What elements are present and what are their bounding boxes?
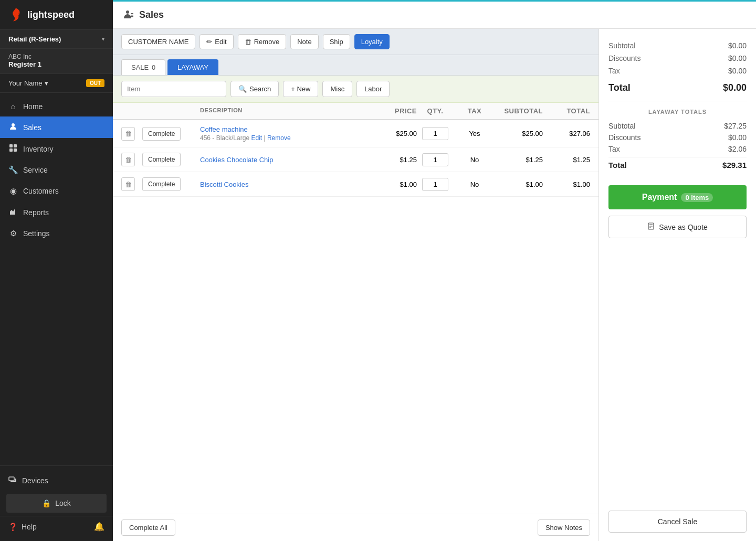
reports-icon [8,207,18,217]
item-1-edit-link[interactable]: Edit [251,134,262,142]
quote-icon [647,222,655,231]
sales-panel: CUSTOMER NAME ✏ Edit 🗑 Remove Note Ship [113,29,598,541]
devices-icon [8,475,17,485]
new-item-button[interactable]: + New [283,81,318,97]
lock-button[interactable]: 🔒 Lock [6,494,107,513]
note-button[interactable]: Note [290,34,318,49]
payment-items-badge: 0 items [681,193,713,202]
header-description: DESCRIPTION [200,107,375,115]
complete-cell-1: Complete [142,127,200,141]
subtotal-label: Subtotal [608,41,635,50]
summary-tax-row: Tax $0.00 [608,65,747,77]
complete-item-1-button[interactable]: Complete [142,127,181,141]
header-price: PRICE [375,107,417,115]
layaway-section: LAYAWAY TOTALS Subtotal $27.25 Discounts… [608,109,747,171]
items-table: DESCRIPTION PRICE QTY. TAX SUBTOTAL TOTA… [113,103,598,514]
customers-icon: ◉ [8,186,18,196]
total-cell-2: $1.25 [543,156,590,164]
cancel-sale-button[interactable]: Cancel Sale [608,511,747,533]
item-1-name-link[interactable]: Coffee machine [200,125,375,133]
summary-discounts-row: Discounts $0.00 [608,52,747,65]
remove-customer-button[interactable]: 🗑 Remove [238,34,286,49]
sidebar-item-devices[interactable]: Devices [0,470,113,491]
item-3-name-link[interactable]: Biscotti Cookies [200,181,375,188]
sidebar-item-sales[interactable]: Sales [0,116,113,138]
layaway-discounts-label: Discounts [608,133,640,142]
header-subtotal: SUBTOTAL [496,107,543,115]
discounts-value: $0.00 [728,54,747,62]
help-button[interactable]: ❓ Help [8,523,37,531]
item-1-detail: 456 - Black/Large Edit | Remove [200,134,375,142]
svg-rect-9 [131,16,133,17]
sidebar-item-customers[interactable]: ◉ Customers [0,181,113,201]
qty-input-1[interactable] [422,127,448,140]
labor-button[interactable]: Labor [356,81,390,97]
sidebar-item-inventory-label: Inventory [23,145,54,153]
qty-input-2[interactable] [422,153,448,166]
trash-icon: 🗑 [125,130,132,137]
complete-item-2-button[interactable]: Complete [142,153,181,166]
store-selector[interactable]: Retail (R-Series) ▾ [0,30,113,49]
layaway-tax-row: Tax $2.06 [608,143,747,155]
sidebar: lightspeed Retail (R-Series) ▾ ABC Inc R… [0,0,113,541]
svg-rect-7 [131,13,133,14]
misc-button[interactable]: Misc [322,81,352,97]
item-search-bar: 🔍 Search + New Misc Labor [113,76,598,103]
sidebar-item-settings[interactable]: ⚙ Settings [0,223,113,244]
sidebar-item-reports-label: Reports [23,208,49,217]
customer-name-button[interactable]: CUSTOMER NAME [121,34,195,49]
svg-rect-2 [14,144,17,147]
store-name: Retail (R-Series) [8,35,61,43]
notification-bell-icon[interactable]: 🔔 [94,522,104,532]
description-cell-2: Cookies Chocolate Chip [200,156,375,164]
item-search-input[interactable] [121,81,226,97]
sidebar-item-service-label: Service [23,166,48,174]
service-icon: 🔧 [8,165,18,175]
layaway-discounts-value: $0.00 [728,133,747,142]
subtotal-cell-2: $1.25 [496,156,543,164]
summary-total-row: Total $0.00 [608,77,747,101]
layaway-section-title: LAYAWAY TOTALS [608,109,747,115]
sidebar-item-sales-label: Sales [23,123,41,132]
complete-item-3-button[interactable]: Complete [142,177,181,191]
complete-all-button[interactable]: Complete All [121,519,175,536]
sidebar-item-settings-label: Settings [23,229,50,238]
tab-layaway[interactable]: LAYAWAY [167,59,218,75]
save-quote-button[interactable]: Save as Quote [608,216,747,238]
layaway-total-row: Total $29.31 [608,157,747,171]
sidebar-item-service[interactable]: 🔧 Service [0,160,113,181]
inventory-icon [8,144,18,154]
tab-sale[interactable]: SALE 0 [121,59,165,75]
tax-value: $0.00 [728,67,747,75]
trash-icon: 🗑 [125,181,132,188]
show-notes-button[interactable]: Show Notes [538,519,590,536]
ship-button[interactable]: Ship [323,34,350,49]
search-icon: 🔍 [238,85,247,93]
loyalty-button[interactable]: Loyalty [354,34,390,49]
description-cell-3: Biscotti Cookies [200,181,375,188]
delete-item-2-button[interactable]: 🗑 [121,153,135,166]
layaway-tax-label: Tax [608,145,620,153]
item-2-name-link[interactable]: Cookies Chocolate Chip [200,156,375,164]
svg-point-6 [126,10,129,14]
user-chevron-icon: ▾ [45,79,48,87]
item-1-remove-link[interactable]: Remove [267,134,291,142]
svg-rect-8 [131,15,133,16]
total-cell-3: $1.00 [543,181,590,188]
qty-cell-1 [417,127,454,140]
delete-item-3-button[interactable]: 🗑 [121,177,135,191]
delete-item-1-button[interactable]: 🗑 [121,127,135,141]
price-cell-2: $1.25 [375,156,417,164]
page-title: Sales [139,9,164,20]
payment-button[interactable]: Payment 0 items [608,185,747,209]
sidebar-item-reports[interactable]: Reports [0,201,113,223]
complete-cell-3: Complete [142,177,200,191]
user-name[interactable]: Your Name ▾ [8,79,48,87]
search-button[interactable]: 🔍 Search [230,81,279,97]
qty-input-3[interactable] [422,178,448,191]
subtotal-cell-3: $1.00 [496,181,543,188]
layaway-total-label: Total [608,161,627,169]
sidebar-item-inventory[interactable]: Inventory [0,138,113,160]
sidebar-item-home[interactable]: ⌂ Home [0,96,113,116]
edit-customer-button[interactable]: ✏ Edit [200,34,233,49]
